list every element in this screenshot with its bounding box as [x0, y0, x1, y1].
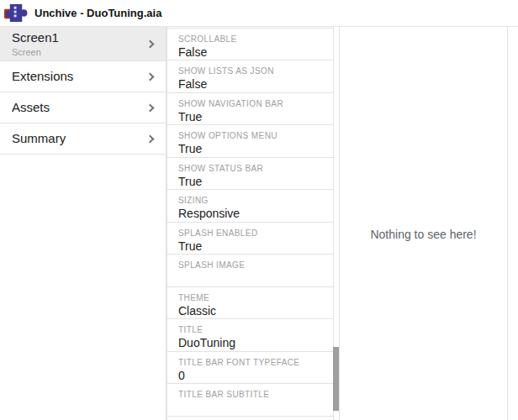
sidebar-item-summary[interactable]: Summary [0, 123, 166, 155]
property-row-show-status-bar: SHOW STATUS BAR True [167, 158, 333, 191]
property-value: True [178, 174, 326, 190]
sidebar-item-text: Summary [12, 132, 66, 145]
sidebar-item-text: Screen1 Screen [12, 31, 59, 57]
chevron-right-icon [146, 39, 155, 48]
property-value: False [178, 45, 326, 60]
property-row-show-lists-as-json: SHOW LISTS AS JSON False [167, 60, 333, 93]
property-label: SHOW LISTS AS JSON [178, 66, 326, 76]
viewer-panel: Nothing to see here! [339, 27, 508, 420]
property-value: Responsive [178, 206, 326, 222]
property-row-show-navigation-bar: SHOW NAVIGATION BAR True [167, 93, 333, 126]
sidebar-item-screen1[interactable]: Screen1 Screen [0, 27, 166, 61]
properties-panel: SCROLLABLE False SHOW LISTS AS JSON Fals… [166, 27, 334, 420]
app-header: Unchive - DuoTuning.aia [0, 0, 518, 27]
app-title: Unchive - DuoTuning.aia [34, 7, 161, 19]
sidebar-item-label: Screen1 [12, 31, 59, 45]
property-label: THEME [178, 292, 326, 303]
property-label: SPLASH IMAGE [178, 260, 326, 270]
sidebar-item-text: Extensions [12, 70, 73, 83]
sidebar-item-assets[interactable]: Assets [0, 92, 166, 123]
chevron-right-icon [146, 72, 155, 81]
unchive-puzzle-logo-icon [3, 2, 29, 24]
chevron-right-icon [146, 103, 155, 112]
sidebar-item-extensions[interactable]: Extensions [0, 61, 166, 92]
property-label: SPLASH ENABLED [178, 228, 326, 239]
property-label: TITLE BAR SUBTITLE [178, 389, 326, 400]
property-row-splash-image: SPLASH IMAGE [167, 255, 333, 287]
property-value: True [178, 239, 326, 255]
sidebar-item-sublabel: Screen [12, 47, 59, 57]
property-row-scrollable: SCROLLABLE False [167, 29, 333, 61]
property-row-theme: THEME Classic [167, 287, 333, 320]
property-label: SHOW OPTIONS MENU [178, 130, 326, 141]
property-row-title-bar-subtitle: TITLE BAR SUBTITLE [167, 384, 333, 417]
property-row-splash-enabled: SPLASH ENABLED True [167, 223, 333, 255]
property-value: DuoTuning [178, 335, 326, 351]
property-label: SHOW STATUS BAR [178, 163, 326, 174]
property-label: TITLE BAR FONT TYPEFACE [178, 357, 326, 368]
property-label: SCROLLABLE [178, 34, 326, 45]
property-row-show-options-menu: SHOW OPTIONS MENU True [167, 125, 333, 158]
sidebar: Screen1 Screen Extensions Assets Summary [0, 27, 166, 420]
property-value: Classic [178, 303, 326, 319]
property-value: False [178, 76, 326, 92]
viewer-empty-message: Nothing to see here! [370, 228, 476, 241]
property-value: True [178, 109, 326, 125]
sidebar-item-text: Assets [12, 101, 50, 114]
property-label: SHOW NAVIGATION BAR [178, 98, 326, 109]
properties-scrollbar-thumb[interactable] [333, 347, 339, 411]
property-value: 0 [178, 368, 326, 384]
property-row-sizing: SIZING Responsive [167, 190, 333, 223]
property-value [178, 270, 326, 286]
sidebar-item-label: Assets [12, 101, 50, 114]
property-value: True [178, 141, 326, 157]
property-row-title-bar-font-typeface: TITLE BAR FONT TYPEFACE 0 [167, 352, 333, 385]
chevron-right-icon [146, 134, 155, 143]
property-value [178, 400, 326, 416]
property-row-title: TITLE DuoTuning [167, 319, 333, 352]
sidebar-item-label: Extensions [12, 70, 73, 83]
property-label: SIZING [178, 195, 326, 206]
unchive-app: Unchive - DuoTuning.aia Screen1 Screen E… [0, 0, 518, 420]
sidebar-item-label: Summary [12, 132, 66, 145]
property-label: TITLE [178, 324, 326, 335]
